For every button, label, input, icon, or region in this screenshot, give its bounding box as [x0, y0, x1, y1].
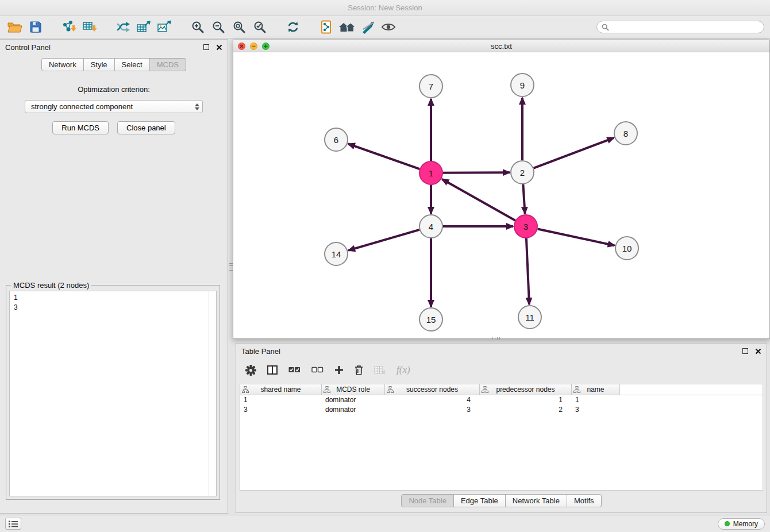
apply-layout-button[interactable]: [283, 18, 303, 36]
memory-label: Memory: [733, 520, 758, 528]
delete-column-button[interactable]: [355, 365, 363, 375]
export-table-button[interactable]: [133, 18, 154, 36]
table-cell[interactable]: 3: [572, 405, 620, 415]
network-window-titlebar[interactable]: scc.txt: [233, 40, 769, 52]
close-table-panel-icon[interactable]: [755, 348, 761, 354]
table-row[interactable]: 1dominator411: [240, 395, 763, 405]
table-cell[interactable]: 1: [480, 395, 572, 405]
column-type-icon: [573, 386, 580, 393]
zoom-selected-button[interactable]: [249, 18, 270, 36]
network-canvas[interactable]: 7968124314101511: [233, 53, 769, 338]
graph-node-6[interactable]: 6: [325, 128, 348, 151]
table-cell[interactable]: 4: [385, 395, 480, 405]
zoom-out-button[interactable]: [208, 18, 229, 36]
column-header-name[interactable]: name: [572, 384, 620, 395]
minimize-window-icon[interactable]: [250, 43, 257, 50]
column-header-predecessor-nodes[interactable]: predecessor nodes: [480, 384, 572, 395]
graph-node-8[interactable]: 8: [614, 122, 637, 145]
edge-4-14[interactable]: [348, 230, 419, 250]
graph-node-9[interactable]: 9: [511, 74, 534, 97]
column-header-successor-nodes[interactable]: successor nodes: [385, 384, 480, 395]
network-window: scc.txt 7968124314101511: [233, 40, 770, 339]
search-box[interactable]: [596, 21, 764, 33]
edge-1-6[interactable]: [348, 144, 419, 169]
tab-select[interactable]: Select: [115, 58, 150, 71]
export-image-button[interactable]: [154, 18, 175, 36]
table-tab-network-table[interactable]: Network Table: [506, 494, 567, 507]
memory-status-icon: [725, 521, 730, 526]
table-toolbar: f(x): [236, 358, 767, 381]
graph-node-7[interactable]: 7: [419, 75, 442, 98]
tab-mcds[interactable]: MCDS: [150, 58, 186, 71]
result-scrollbar-track[interactable]: [209, 291, 216, 496]
float-panel-icon[interactable]: [203, 44, 209, 50]
table-cell[interactable]: 3: [385, 405, 480, 415]
task-history-button[interactable]: [5, 518, 21, 530]
column-header-mcds-role[interactable]: MCDS role: [322, 384, 385, 395]
graph-node-14[interactable]: 14: [325, 242, 348, 265]
graph-node-10[interactable]: 10: [615, 237, 638, 260]
close-panel-button[interactable]: Close panel: [117, 121, 175, 134]
delete-table-button: [374, 366, 386, 375]
table-tab-edge-table[interactable]: Edge Table: [454, 494, 506, 507]
float-table-panel-icon[interactable]: [742, 348, 748, 354]
run-mcds-button[interactable]: Run MCDS: [52, 121, 109, 134]
save-session-button[interactable]: [25, 18, 46, 36]
table-cell[interactable]: 1: [240, 395, 322, 405]
table-cell[interactable]: 3: [240, 405, 322, 415]
tab-style[interactable]: Style: [84, 58, 115, 71]
plus-icon: [334, 365, 344, 375]
graph-node-11[interactable]: 11: [518, 306, 541, 329]
graph-node-4[interactable]: 4: [419, 215, 442, 238]
deselect-all-button[interactable]: [311, 367, 324, 373]
refresh-arrows-icon: [286, 20, 300, 34]
edge-2-8[interactable]: [534, 138, 614, 168]
select-all-button[interactable]: [288, 367, 301, 373]
graph-node-15[interactable]: 15: [419, 308, 442, 331]
memory-button[interactable]: Memory: [718, 518, 765, 530]
horizontal-splitter-grip[interactable]: [492, 337, 502, 340]
edge-2-3[interactable]: [523, 184, 525, 214]
maximize-window-icon[interactable]: [262, 43, 270, 50]
graph-node-2[interactable]: 2: [511, 161, 534, 184]
search-input[interactable]: [613, 23, 759, 31]
zoom-in-button[interactable]: [187, 18, 208, 36]
mcds-result-list[interactable]: 13: [9, 291, 217, 496]
save-floppy-icon: [29, 21, 42, 33]
criterion-select[interactable]: strongly connected component: [25, 100, 203, 113]
svg-text:7: 7: [429, 82, 433, 91]
table-cell[interactable]: 2: [480, 405, 572, 415]
column-visibility-button[interactable]: [267, 365, 278, 375]
table-settings-button[interactable]: [245, 365, 256, 376]
import-network-icon: [61, 20, 76, 34]
zoom-fit-button[interactable]: [229, 18, 249, 36]
reset-view-button[interactable]: [337, 18, 357, 36]
column-type-icon: [482, 386, 488, 393]
unchecked-boxes-icon: [311, 367, 324, 373]
edge-3-10[interactable]: [538, 229, 615, 245]
edge-1-2[interactable]: [443, 172, 510, 173]
edge-3-1[interactable]: [442, 179, 515, 221]
network-from-url-button[interactable]: [113, 18, 133, 36]
table-row[interactable]: 3dominator323: [240, 405, 763, 415]
table-cell[interactable]: dominator: [322, 405, 385, 415]
close-panel-icon[interactable]: [216, 44, 222, 51]
graphics-details-button[interactable]: [357, 18, 378, 36]
table-tab-motifs[interactable]: Motifs: [567, 494, 602, 507]
navigator-eye-button[interactable]: [378, 18, 399, 36]
tab-network[interactable]: Network: [41, 58, 84, 71]
add-column-button[interactable]: [334, 365, 344, 375]
table-cell[interactable]: 1: [572, 395, 620, 405]
network-graph[interactable]: 7968124314101511: [233, 53, 769, 338]
graph-node-3[interactable]: 3: [514, 215, 537, 238]
close-window-icon[interactable]: [238, 43, 245, 50]
clone-network-button[interactable]: [316, 18, 337, 36]
import-table-button[interactable]: [79, 18, 100, 36]
edge-3-11[interactable]: [526, 238, 529, 304]
column-header-shared-name[interactable]: shared name: [240, 384, 322, 395]
import-network-button[interactable]: [59, 18, 79, 36]
graph-node-1[interactable]: 1: [419, 161, 442, 184]
open-session-button[interactable]: [5, 18, 25, 36]
table-cell[interactable]: dominator: [322, 395, 385, 405]
table-tab-node-table[interactable]: Node Table: [401, 494, 454, 507]
